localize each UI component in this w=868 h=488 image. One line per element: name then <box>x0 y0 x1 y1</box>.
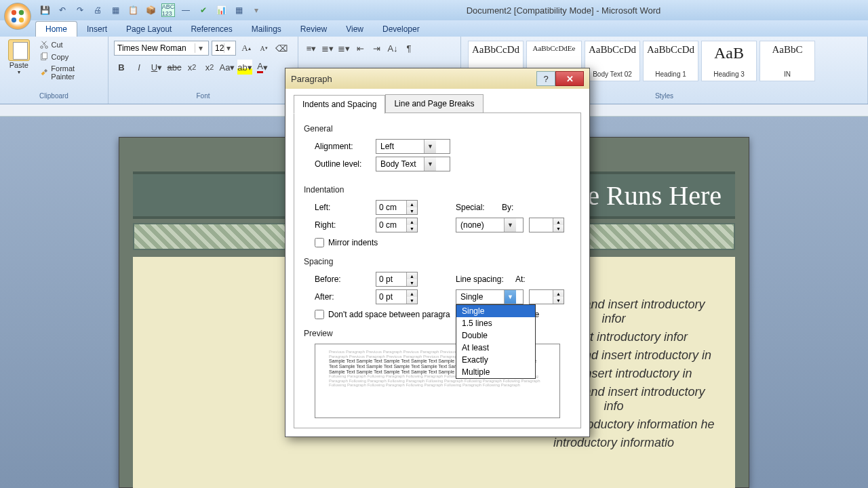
style-item[interactable]: AaBbCIN <box>760 41 815 81</box>
mirror-indents-check[interactable]: Mirror indents <box>315 238 571 247</box>
preview-icon[interactable]: ▦ <box>108 3 122 17</box>
box-icon[interactable]: 📦 <box>144 3 157 17</box>
outline-combo[interactable]: Body Text▼ <box>376 157 450 171</box>
paste-button[interactable]: Paste ▾ <box>5 39 33 91</box>
indent-left-spin[interactable]: ▲▼ <box>376 200 418 215</box>
superscript-button[interactable]: x2 <box>202 60 217 75</box>
change-case-button[interactable]: Aa▾ <box>220 60 235 75</box>
tab-insert[interactable]: Insert <box>77 22 117 37</box>
redo-icon[interactable]: ↷ <box>73 3 87 17</box>
font-size-value: 12 <box>215 43 224 53</box>
indent-right-spin[interactable]: ▲▼ <box>376 218 418 232</box>
spin-down-icon[interactable]: ▼ <box>553 225 564 232</box>
spin-up-icon[interactable]: ▲ <box>553 218 564 225</box>
spin-down-icon[interactable]: ▼ <box>406 225 417 232</box>
spin-up-icon[interactable]: ▲ <box>406 218 417 225</box>
special-combo[interactable]: (none)▼ <box>456 218 524 232</box>
tab-view[interactable]: View <box>336 22 373 37</box>
bullets-button[interactable]: ≡▾ <box>304 41 319 56</box>
tab-references[interactable]: References <box>181 22 241 37</box>
spin-down-icon[interactable]: ▼ <box>406 207 417 214</box>
check-icon[interactable]: ✔ <box>197 3 210 17</box>
grid-icon[interactable]: ▦ <box>232 3 245 17</box>
tab-review[interactable]: Review <box>291 22 336 37</box>
tab-page-layout[interactable]: Page Layout <box>117 22 181 37</box>
strike-button[interactable]: abc <box>167 60 182 75</box>
by-value[interactable] <box>530 220 553 230</box>
before-spin[interactable]: ▲▼ <box>376 272 418 287</box>
style-item[interactable]: AaBbCcDdBody Text 02 <box>585 41 640 81</box>
font-color-button[interactable]: A▾ <box>255 60 270 75</box>
undo-icon[interactable]: ↶ <box>56 3 69 17</box>
after-spin[interactable]: ▲▼ <box>376 289 418 304</box>
doc-line[interactable]: introductory informatio <box>513 436 715 450</box>
shrink-font-button[interactable]: A▾ <box>256 41 271 56</box>
office-button[interactable] <box>4 3 31 30</box>
style-item[interactable]: AaBHeading 3 <box>701 41 757 81</box>
spin-up-icon[interactable]: ▲ <box>406 201 417 207</box>
before-label: Before: <box>315 274 370 284</box>
bold-button[interactable]: B <box>114 60 129 75</box>
show-marks-button[interactable]: ¶ <box>401 41 416 56</box>
increase-indent-button[interactable]: ⇥ <box>369 41 384 56</box>
tab-line-page-breaks[interactable]: Line and Page Breaks <box>385 94 483 113</box>
spin-up-icon[interactable]: ▲ <box>406 272 417 279</box>
by-spin[interactable]: ▲▼ <box>529 218 564 232</box>
close-button[interactable]: ✕ <box>555 71 584 86</box>
line-spacing-combo[interactable]: Single▼ Single 1.5 lines Double At least… <box>456 289 524 304</box>
after-value[interactable] <box>376 292 406 302</box>
spin-up-icon[interactable]: ▲ <box>553 290 564 297</box>
style-preview: AaBbCcDdEe <box>533 44 576 52</box>
help-button[interactable]: ? <box>536 71 555 86</box>
outline-value: Body Text <box>376 159 424 169</box>
dialog-titlebar[interactable]: Paragraph ? ✕ <box>285 68 589 89</box>
alignment-combo[interactable]: Left▼ <box>376 139 450 154</box>
style-item[interactable]: AaBbCcDdHeading 1 <box>643 41 698 81</box>
font-size-combo[interactable]: 12▾ <box>212 41 236 56</box>
spellcheck-icon[interactable]: ABC123 <box>161 3 175 17</box>
highlight-button[interactable]: ab▾ <box>237 60 252 75</box>
spin-down-icon[interactable]: ▼ <box>406 297 417 304</box>
copy-icon[interactable]: 📋 <box>126 3 140 17</box>
italic-button[interactable]: I <box>132 60 146 75</box>
dropdown-option[interactable]: Double <box>456 329 535 342</box>
multilevel-button[interactable]: ≣▾ <box>336 41 351 56</box>
dropdown-option[interactable]: At least <box>456 342 535 354</box>
tab-indents-spacing[interactable]: Indents and Spacing <box>294 95 385 114</box>
qat-more-icon[interactable]: ▾ <box>250 3 263 17</box>
before-value[interactable] <box>376 274 406 284</box>
font-name-combo[interactable]: Times New Roman▾ <box>114 41 209 56</box>
dropdown-option[interactable]: 1.5 lines <box>456 317 535 329</box>
print-icon[interactable]: 🖨 <box>91 3 104 17</box>
checkbox[interactable] <box>315 310 324 319</box>
clear-formatting-button[interactable]: ⌫ <box>274 41 289 56</box>
numbering-button[interactable]: ≣▾ <box>320 41 335 56</box>
subscript-button[interactable]: x2 <box>184 60 199 75</box>
chevron-down-icon: ▼ <box>504 218 516 232</box>
save-icon[interactable]: 💾 <box>38 3 52 17</box>
checkbox[interactable] <box>315 238 324 247</box>
underline-button[interactable]: U▾ <box>149 60 164 75</box>
copy-button[interactable]: Copy <box>37 52 103 62</box>
style-preview: AaBbCcDd <box>647 44 694 56</box>
dropdown-option[interactable]: Single <box>456 305 535 317</box>
sort-button[interactable]: A↓ <box>385 41 400 56</box>
decrease-indent-button[interactable]: ⇤ <box>353 41 368 56</box>
cut-button[interactable]: Cut <box>37 39 103 50</box>
spin-down-icon[interactable]: ▼ <box>406 279 417 286</box>
at-value[interactable] <box>530 292 553 302</box>
tab-developer[interactable]: Developer <box>373 22 429 37</box>
indent-right-value[interactable] <box>376 220 406 230</box>
style-label: Heading 3 <box>713 70 745 78</box>
spin-up-icon[interactable]: ▲ <box>406 290 417 297</box>
dropdown-option[interactable]: Exactly <box>456 354 535 366</box>
at-spin[interactable]: ▲▼ <box>529 289 564 304</box>
tab-mailings[interactable]: Mailings <box>242 22 291 37</box>
spin-down-icon[interactable]: ▼ <box>553 297 564 304</box>
format-painter-button[interactable]: Format Painter <box>37 64 103 81</box>
grow-font-button[interactable]: A▴ <box>239 41 254 56</box>
indent-left-value[interactable] <box>376 203 406 212</box>
dropdown-option[interactable]: Multiple <box>456 366 535 378</box>
chart-icon[interactable]: 📊 <box>214 3 228 17</box>
tab-home[interactable]: Home <box>35 21 77 37</box>
